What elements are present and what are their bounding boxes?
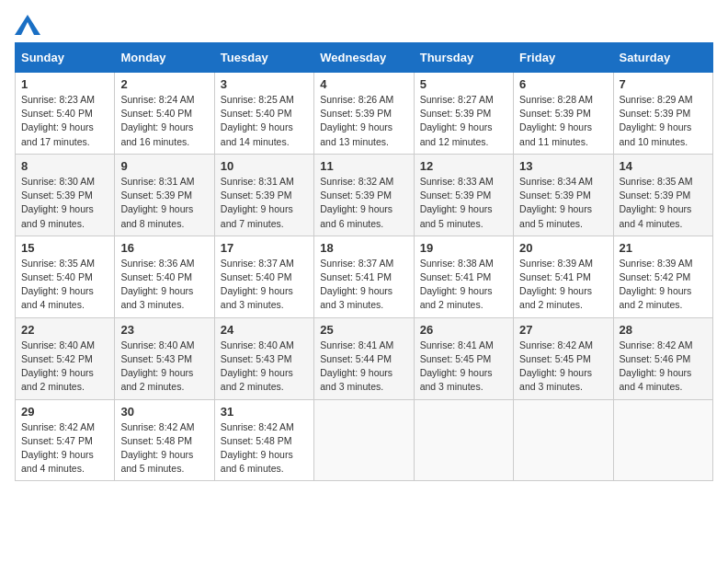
day-info: Sunrise: 8:42 AMSunset: 5:48 PMDaylight:… <box>221 420 308 477</box>
day-number: 19 <box>420 241 507 255</box>
calendar-cell: 26Sunrise: 8:41 AMSunset: 5:45 PMDayligh… <box>414 317 513 399</box>
calendar-cell: 21Sunrise: 8:39 AMSunset: 5:42 PMDayligh… <box>613 236 712 317</box>
calendar-week-4: 22Sunrise: 8:40 AMSunset: 5:42 PMDayligh… <box>16 317 713 399</box>
day-info: Sunrise: 8:41 AMSunset: 5:45 PMDaylight:… <box>420 339 507 395</box>
day-info: Sunrise: 8:39 AMSunset: 5:41 PMDaylight:… <box>519 257 607 313</box>
header <box>15 15 713 35</box>
calendar-cell <box>613 399 712 481</box>
day-info: Sunrise: 8:37 AMSunset: 5:41 PMDaylight:… <box>320 257 407 313</box>
day-number: 25 <box>320 323 407 337</box>
day-info: Sunrise: 8:42 AMSunset: 5:45 PMDaylight:… <box>519 339 607 395</box>
day-info: Sunrise: 8:27 AMSunset: 5:39 PMDaylight:… <box>420 93 507 149</box>
day-number: 14 <box>620 159 707 173</box>
day-number: 23 <box>120 323 208 337</box>
calendar-cell: 15Sunrise: 8:35 AMSunset: 5:40 PMDayligh… <box>16 236 115 317</box>
day-info: Sunrise: 8:23 AMSunset: 5:40 PMDaylight:… <box>21 93 108 149</box>
calendar-cell <box>414 399 513 481</box>
day-number: 30 <box>120 405 208 419</box>
column-header-tuesday: Tuesday <box>214 43 313 73</box>
calendar-week-1: 1Sunrise: 8:23 AMSunset: 5:40 PMDaylight… <box>16 73 713 155</box>
calendar-cell: 5Sunrise: 8:27 AMSunset: 5:39 PMDaylight… <box>414 73 513 155</box>
day-info: Sunrise: 8:42 AMSunset: 5:48 PMDaylight:… <box>120 420 208 477</box>
day-number: 5 <box>420 77 507 91</box>
day-info: Sunrise: 8:40 AMSunset: 5:42 PMDaylight:… <box>21 339 108 395</box>
day-number: 21 <box>620 241 707 255</box>
day-number: 11 <box>320 159 407 173</box>
calendar-cell: 7Sunrise: 8:29 AMSunset: 5:39 PMDaylight… <box>613 73 712 155</box>
calendar-cell: 6Sunrise: 8:28 AMSunset: 5:39 PMDaylight… <box>514 73 613 155</box>
column-header-wednesday: Wednesday <box>314 43 414 73</box>
day-info: Sunrise: 8:40 AMSunset: 5:43 PMDaylight:… <box>221 339 308 395</box>
calendar-cell: 19Sunrise: 8:38 AMSunset: 5:41 PMDayligh… <box>414 236 513 317</box>
calendar-cell: 25Sunrise: 8:41 AMSunset: 5:44 PMDayligh… <box>314 317 414 399</box>
calendar-table: SundayMondayTuesdayWednesdayThursdayFrid… <box>15 42 713 481</box>
calendar-cell: 22Sunrise: 8:40 AMSunset: 5:42 PMDayligh… <box>16 317 115 399</box>
calendar-cell: 17Sunrise: 8:37 AMSunset: 5:40 PMDayligh… <box>214 236 313 317</box>
calendar-cell: 2Sunrise: 8:24 AMSunset: 5:40 PMDaylight… <box>115 73 214 155</box>
calendar-cell: 30Sunrise: 8:42 AMSunset: 5:48 PMDayligh… <box>115 399 214 481</box>
day-number: 10 <box>221 159 308 173</box>
day-number: 6 <box>519 77 607 91</box>
day-info: Sunrise: 8:24 AMSunset: 5:40 PMDaylight:… <box>120 93 208 149</box>
day-info: Sunrise: 8:29 AMSunset: 5:39 PMDaylight:… <box>620 93 707 149</box>
calendar-cell: 12Sunrise: 8:33 AMSunset: 5:39 PMDayligh… <box>414 154 513 236</box>
day-number: 1 <box>21 77 108 91</box>
day-number: 2 <box>120 77 208 91</box>
day-number: 26 <box>420 323 507 337</box>
day-number: 22 <box>21 323 108 337</box>
day-number: 27 <box>519 323 607 337</box>
calendar-cell: 4Sunrise: 8:26 AMSunset: 5:39 PMDaylight… <box>314 73 414 155</box>
calendar-cell: 9Sunrise: 8:31 AMSunset: 5:39 PMDaylight… <box>115 154 214 236</box>
day-info: Sunrise: 8:25 AMSunset: 5:40 PMDaylight:… <box>221 93 308 149</box>
day-info: Sunrise: 8:28 AMSunset: 5:39 PMDaylight:… <box>519 93 607 149</box>
day-info: Sunrise: 8:35 AMSunset: 5:39 PMDaylight:… <box>620 175 707 231</box>
day-number: 15 <box>21 241 108 255</box>
day-number: 9 <box>120 159 208 173</box>
calendar-cell: 16Sunrise: 8:36 AMSunset: 5:40 PMDayligh… <box>115 236 214 317</box>
day-info: Sunrise: 8:39 AMSunset: 5:42 PMDaylight:… <box>620 257 707 313</box>
column-header-thursday: Thursday <box>414 43 513 73</box>
calendar-body: 1Sunrise: 8:23 AMSunset: 5:40 PMDaylight… <box>16 73 713 481</box>
day-info: Sunrise: 8:42 AMSunset: 5:46 PMDaylight:… <box>620 339 707 395</box>
calendar-cell: 8Sunrise: 8:30 AMSunset: 5:39 PMDaylight… <box>16 154 115 236</box>
calendar-cell: 11Sunrise: 8:32 AMSunset: 5:39 PMDayligh… <box>314 154 414 236</box>
calendar-cell: 28Sunrise: 8:42 AMSunset: 5:46 PMDayligh… <box>613 317 712 399</box>
day-number: 17 <box>221 241 308 255</box>
calendar-cell: 31Sunrise: 8:42 AMSunset: 5:48 PMDayligh… <box>214 399 313 481</box>
calendar-cell: 3Sunrise: 8:25 AMSunset: 5:40 PMDaylight… <box>214 73 313 155</box>
day-info: Sunrise: 8:41 AMSunset: 5:44 PMDaylight:… <box>320 339 407 395</box>
day-number: 3 <box>221 77 308 91</box>
calendar-week-5: 29Sunrise: 8:42 AMSunset: 5:47 PMDayligh… <box>16 399 713 481</box>
logo <box>15 15 44 35</box>
calendar-header-row: SundayMondayTuesdayWednesdayThursdayFrid… <box>16 43 713 73</box>
calendar-week-3: 15Sunrise: 8:35 AMSunset: 5:40 PMDayligh… <box>16 236 713 317</box>
day-number: 7 <box>620 77 707 91</box>
day-info: Sunrise: 8:42 AMSunset: 5:47 PMDaylight:… <box>21 420 108 477</box>
day-number: 18 <box>320 241 407 255</box>
day-number: 24 <box>221 323 308 337</box>
day-info: Sunrise: 8:34 AMSunset: 5:39 PMDaylight:… <box>519 175 607 231</box>
calendar-cell: 18Sunrise: 8:37 AMSunset: 5:41 PMDayligh… <box>314 236 414 317</box>
calendar-cell: 29Sunrise: 8:42 AMSunset: 5:47 PMDayligh… <box>16 399 115 481</box>
day-info: Sunrise: 8:37 AMSunset: 5:40 PMDaylight:… <box>221 257 308 313</box>
calendar-cell: 27Sunrise: 8:42 AMSunset: 5:45 PMDayligh… <box>514 317 613 399</box>
day-number: 16 <box>120 241 208 255</box>
column-header-saturday: Saturday <box>613 43 712 73</box>
day-number: 4 <box>320 77 407 91</box>
column-header-friday: Friday <box>514 43 613 73</box>
day-number: 29 <box>21 405 108 419</box>
calendar-cell <box>314 399 414 481</box>
day-info: Sunrise: 8:31 AMSunset: 5:39 PMDaylight:… <box>120 175 208 231</box>
column-header-sunday: Sunday <box>16 43 115 73</box>
day-number: 31 <box>221 405 308 419</box>
day-info: Sunrise: 8:36 AMSunset: 5:40 PMDaylight:… <box>120 257 208 313</box>
day-number: 28 <box>620 323 707 337</box>
day-info: Sunrise: 8:32 AMSunset: 5:39 PMDaylight:… <box>320 175 407 231</box>
day-number: 13 <box>519 159 607 173</box>
day-info: Sunrise: 8:38 AMSunset: 5:41 PMDaylight:… <box>420 257 507 313</box>
logo-icon <box>15 15 40 35</box>
calendar-cell: 13Sunrise: 8:34 AMSunset: 5:39 PMDayligh… <box>514 154 613 236</box>
calendar-week-2: 8Sunrise: 8:30 AMSunset: 5:39 PMDaylight… <box>16 154 713 236</box>
day-info: Sunrise: 8:35 AMSunset: 5:40 PMDaylight:… <box>21 257 108 313</box>
calendar-cell: 14Sunrise: 8:35 AMSunset: 5:39 PMDayligh… <box>613 154 712 236</box>
